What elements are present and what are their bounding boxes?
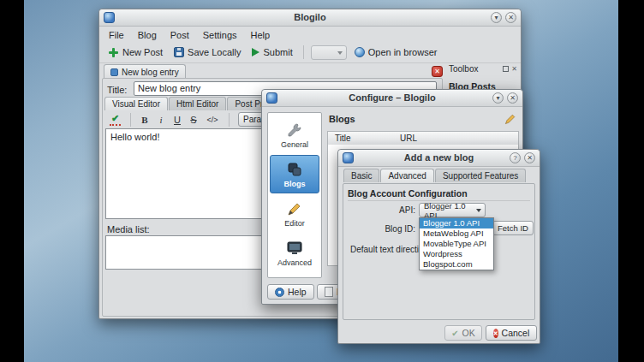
title-label: Title: xyxy=(107,85,127,95)
new-post-button[interactable]: New Post xyxy=(104,45,166,60)
sidebar-label: Advanced xyxy=(277,258,312,267)
check-icon: ✔ xyxy=(451,329,458,338)
pencil-icon xyxy=(286,200,303,217)
dropdown-option-metaweblog[interactable]: MetaWeblog API xyxy=(420,228,493,239)
tab-advanced[interactable]: Advanced xyxy=(380,169,433,182)
sidebar-item-blogs[interactable]: Blogs xyxy=(270,155,319,193)
format-separator-2 xyxy=(229,113,230,127)
section-heading: Blog Account Configuration xyxy=(348,188,468,199)
dropdown-option-wordpress[interactable]: Wordpress xyxy=(420,249,493,259)
menu-bar: File Blog Post Settings Help xyxy=(99,27,521,42)
media-list-label: Media list: xyxy=(107,224,150,234)
sidebar-item-advanced[interactable]: Advanced xyxy=(270,234,319,272)
fetch-id-button[interactable]: Fetch ID xyxy=(492,221,534,235)
cancel-icon: ✕ xyxy=(493,329,498,338)
configure-sidebar: General Blogs Editor Advanced xyxy=(267,112,322,278)
defaults-icon xyxy=(325,287,333,297)
sidebar-item-editor[interactable]: Editor xyxy=(270,194,319,233)
add-blog-tabs: Basic Advanced Supported Features xyxy=(343,169,527,182)
globe-icon xyxy=(355,47,365,57)
float-panel-icon[interactable] xyxy=(503,66,509,72)
save-locally-button[interactable]: Save Locally xyxy=(170,45,244,59)
italic-button[interactable]: i xyxy=(156,115,166,125)
new-post-icon xyxy=(108,47,119,58)
column-title[interactable]: Title xyxy=(328,134,400,143)
menu-settings[interactable]: Settings xyxy=(197,29,243,41)
doc-tab-label: New blog entry xyxy=(122,68,179,77)
blog-id-label: Blog ID: xyxy=(343,224,415,234)
chevron-down-icon xyxy=(337,51,343,55)
dropdown-option-blogspot[interactable]: Blogspot.com xyxy=(420,259,493,270)
menu-file[interactable]: File xyxy=(103,29,130,41)
close-panel-icon[interactable]: ✕ xyxy=(511,65,517,73)
chevron-down-icon xyxy=(476,209,481,212)
blog-selector-combobox[interactable] xyxy=(311,45,347,60)
ok-button[interactable]: ✔ OK xyxy=(444,325,482,341)
desktop-wallpaper: Blogilo ▾ ✕ File Blog Post Settings Help… xyxy=(24,0,618,362)
post-icon xyxy=(110,68,118,76)
tab-basic[interactable]: Basic xyxy=(343,169,379,182)
api-combobox[interactable]: Blogger 1.0 API xyxy=(419,203,486,217)
blogs-table-header: Title URL xyxy=(327,131,519,145)
save-label: Save Locally xyxy=(188,47,241,57)
main-toolbar: New Post Save Locally Submit Open in bro… xyxy=(99,42,521,63)
add-blog-titlebar[interactable]: Add a new blog ? ✕ xyxy=(338,150,540,167)
sidebar-label: General xyxy=(281,140,308,149)
sidebar-label: Editor xyxy=(284,219,305,228)
submit-button[interactable]: Submit xyxy=(248,45,295,59)
spellcheck-icon[interactable]: ✔ xyxy=(109,113,122,126)
menu-blog[interactable]: Blog xyxy=(132,29,163,41)
cancel-label: Cancel xyxy=(502,328,530,338)
advanced-tab-panel: Blog Account Configuration API: Blogger … xyxy=(343,183,535,320)
api-label: API: xyxy=(343,205,415,215)
ok-label: OK xyxy=(462,328,475,338)
strikethrough-button[interactable]: S xyxy=(188,115,199,125)
main-window-title: Blogilo xyxy=(99,12,521,22)
dropdown-option-blogger[interactable]: Blogger 1.0 API xyxy=(420,218,493,228)
menu-post[interactable]: Post xyxy=(164,29,195,41)
page-title: Blogs xyxy=(329,114,355,124)
close-button[interactable]: ✕ xyxy=(524,152,535,163)
submit-label: Submit xyxy=(263,47,292,57)
help-label: Help xyxy=(288,287,307,297)
minimize-button[interactable]: ▾ xyxy=(491,12,502,23)
open-in-browser-button[interactable]: Open in browser xyxy=(351,45,441,59)
api-dropdown-list: Blogger 1.0 API MetaWeblog API MovableTy… xyxy=(419,217,494,270)
tab-supported-features[interactable]: Supported Features xyxy=(435,169,526,182)
code-button[interactable]: </> xyxy=(205,116,220,124)
add-blog-dialog: Add a new blog ? ✕ Basic Advanced Suppor… xyxy=(337,149,540,344)
underline-button[interactable]: U xyxy=(172,115,182,125)
help-button[interactable]: Help xyxy=(267,284,314,300)
edit-pencil-icon[interactable] xyxy=(504,112,517,126)
open-in-browser-label: Open in browser xyxy=(368,47,438,57)
close-button[interactable]: ✕ xyxy=(507,92,518,104)
submit-arrow-icon xyxy=(252,48,259,56)
save-icon xyxy=(174,47,184,57)
bold-button[interactable]: B xyxy=(140,115,150,125)
menu-help[interactable]: Help xyxy=(245,29,277,41)
new-post-label: New Post xyxy=(122,47,163,57)
sidebar-item-general[interactable]: General xyxy=(270,116,319,154)
close-button[interactable]: ✕ xyxy=(505,12,516,23)
dropdown-option-movabletype[interactable]: MovableType API xyxy=(420,239,493,249)
blogs-icon xyxy=(286,161,303,178)
format-separator xyxy=(130,113,131,127)
help-icon xyxy=(275,288,284,297)
configure-window-title: Configure – Blogilo xyxy=(262,92,522,103)
tab-visual-editor[interactable]: Visual Editor xyxy=(104,97,168,110)
close-tab-button[interactable]: ✕ xyxy=(432,66,443,77)
cancel-button[interactable]: ✕ Cancel xyxy=(486,325,537,341)
fetch-id-label: Fetch ID xyxy=(498,223,528,233)
tab-html-editor[interactable]: Html Editor xyxy=(169,97,226,110)
wrench-icon xyxy=(286,122,303,139)
tab-new-blog-entry[interactable]: New blog entry xyxy=(104,64,186,79)
toolbox-title: Toolbox xyxy=(449,64,500,74)
column-url[interactable]: URL xyxy=(400,134,417,143)
configure-titlebar[interactable]: Configure – Blogilo ▾ ✕ xyxy=(262,90,522,107)
monitor-icon xyxy=(286,240,303,257)
main-titlebar[interactable]: Blogilo ▾ ✕ xyxy=(99,9,521,27)
help-titlebar-button[interactable]: ? xyxy=(510,152,521,163)
toolbar-separator xyxy=(303,45,304,59)
sidebar-label: Blogs xyxy=(283,180,305,188)
minimize-button[interactable]: ▾ xyxy=(492,92,504,104)
